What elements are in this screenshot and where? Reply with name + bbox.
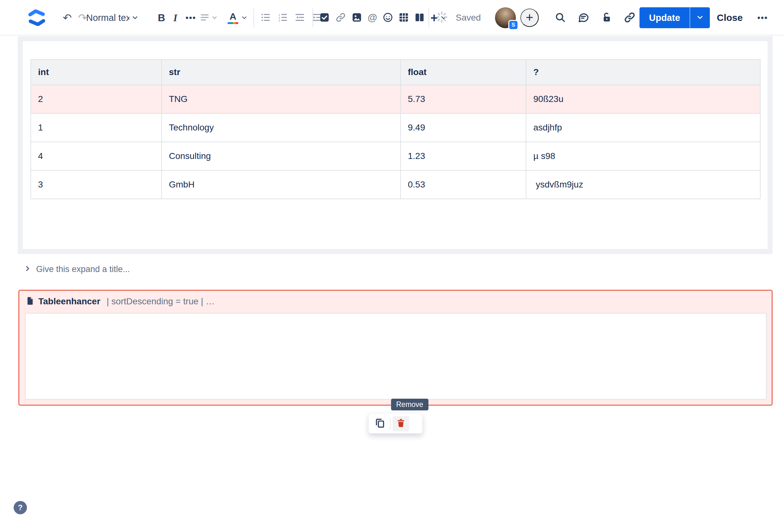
comments-button[interactable] [576,9,591,26]
text-color-dropdown[interactable]: A [226,10,250,26]
update-dropdown-button[interactable] [690,7,710,28]
svg-text:3: 3 [279,19,280,22]
macro-floating-toolbar [368,414,422,434]
chevron-down-icon [241,14,248,21]
update-split-button: Update [640,7,710,28]
status-badge: S [508,20,519,30]
comment-icon [578,11,589,24]
chevron-down-icon [696,13,704,23]
remove-button[interactable] [393,416,409,431]
toolbar-divider [312,8,313,27]
table-row: 2 TNG 5.73 90ß23u [31,85,760,113]
copy-link-button[interactable] [622,9,638,26]
macro-title: Tableenhancer [38,296,101,306]
table-row: 4 Consulting 1.23 µ s98 [31,142,760,170]
mention-button[interactable]: @ [366,10,379,25]
more-formatting-button[interactable]: ••• [184,11,198,25]
insert-table-button[interactable] [397,10,411,25]
mention-icon: @ [368,12,377,24]
document-icon [26,296,34,306]
text-style-dropdown[interactable]: Normal text [84,11,141,25]
table-cell[interactable]: Consulting [162,142,400,170]
align-icon [200,12,210,24]
task-list-button[interactable] [317,10,332,25]
table-header-row: int str float ? [31,60,760,85]
invite-plus-icon [525,13,534,23]
macro-header: Tableenhancer | sortDescending = true | … [26,296,215,306]
bullet-list-button[interactable] [259,10,273,25]
table-cell[interactable]: 9.49 [400,113,526,142]
trash-icon [396,418,405,429]
avatar[interactable]: S [495,7,516,28]
save-status: Saved [456,13,481,23]
editor-toolbar: ↶ ↷ Normal text B I ••• [0,0,784,35]
copy-link-icon [624,11,636,24]
toolbar-divider [428,8,429,27]
insert-link-button[interactable] [333,10,348,26]
task-checkbox-icon [319,12,330,24]
table-cell[interactable]: 90ß23u [526,85,760,113]
table-cell[interactable]: 5.73 [400,85,526,113]
outdent-icon [295,12,305,24]
table-cell[interactable]: µ s98 [526,142,760,170]
data-table: int str float ? 2 TNG 5.73 90ß23u 1 Tech… [30,59,760,199]
italic-button[interactable]: I [171,10,179,26]
spinner-icon [436,11,448,25]
toolbar-divider [253,8,254,27]
table-cell[interactable]: 3 [31,170,162,199]
tableenhancer-macro[interactable]: Tableenhancer | sortDescending = true | … [18,290,773,406]
table-cell[interactable]: TNG [162,85,400,113]
table-cell[interactable]: 0.53 [400,170,526,199]
more-actions-button[interactable]: ••• [755,11,770,25]
column-header[interactable]: int [31,60,162,85]
table-cell[interactable]: asdjhfp [526,113,760,142]
editor-screen: ↶ ↷ Normal text B I ••• [0,0,784,532]
table-cell[interactable]: 1 [31,113,162,142]
macro-body[interactable] [25,313,766,400]
table-cell[interactable]: Technology [162,113,400,142]
layout-button[interactable] [413,10,426,25]
table-icon [399,12,409,24]
table-cell[interactable]: 4 [31,142,162,170]
table-cell[interactable]: 2 [31,85,162,113]
table-row: 3 GmbH 0.53 ysdvßm9juz [31,170,760,199]
confluence-logo [28,0,46,35]
copy-icon [374,418,385,430]
search-icon [555,12,566,24]
insert-image-button[interactable] [350,10,364,25]
copy-button[interactable] [372,416,388,431]
more-actions-icon: ••• [757,13,768,23]
alignment-dropdown[interactable] [198,10,220,25]
column-header[interactable]: str [162,60,400,85]
numbered-list-button[interactable]: 123 [276,10,290,25]
numbered-list-icon: 123 [278,12,288,24]
bold-button[interactable]: B [156,10,167,26]
expand-title-placeholder[interactable]: Give this expand a title... [36,264,130,274]
help-button[interactable]: ? [13,501,27,514]
update-button[interactable]: Update [640,7,690,28]
table-row: 1 Technology 9.49 asdjhfp [31,113,760,142]
table-cell[interactable]: ysdvßm9juz [526,170,760,199]
text-color-icon: A [227,12,238,24]
image-icon [352,12,362,24]
outdent-button[interactable] [293,10,307,25]
unlock-icon [601,12,612,24]
emoji-button[interactable] [381,10,395,25]
table-cell[interactable]: GmbH [162,170,400,199]
permissions-button[interactable] [599,10,614,26]
layout-columns-icon [415,12,425,24]
column-header[interactable]: float [400,60,526,85]
invite-button[interactable] [520,8,539,27]
bullet-list-icon [260,12,271,24]
chevron-down-icon [211,14,218,21]
close-button[interactable]: Close [717,12,743,23]
macro-params: | sortDescending = true | … [107,296,215,306]
expand-macro[interactable]: Give this expand a title... [24,262,130,276]
emoji-icon [383,12,393,24]
table-cell[interactable]: 1.23 [400,142,526,170]
search-button[interactable] [553,10,568,26]
chevron-right-icon[interactable] [24,264,32,274]
undo-icon: ↶ [63,12,72,23]
undo-button[interactable]: ↶ [61,10,74,25]
column-header[interactable]: ? [526,60,760,85]
